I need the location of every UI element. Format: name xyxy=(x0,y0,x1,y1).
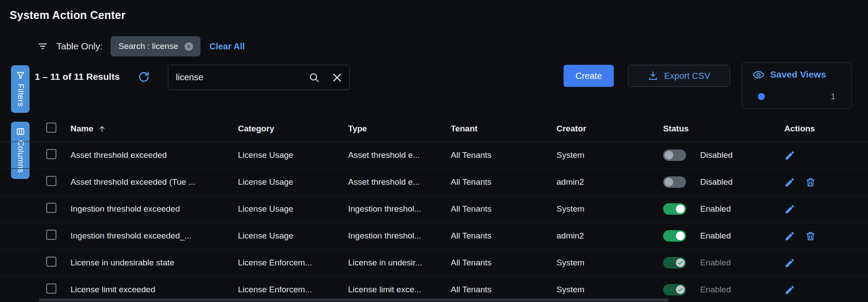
status-label: Enabled xyxy=(700,231,731,241)
status-toggle[interactable] xyxy=(663,149,686,161)
search-input[interactable] xyxy=(168,72,308,82)
edit-icon[interactable] xyxy=(784,257,795,268)
remove-filter-icon[interactable] xyxy=(184,41,194,52)
column-header-actions: Actions xyxy=(784,124,868,134)
table-row: License in undesirable state License Enf… xyxy=(0,250,868,276)
status-toggle[interactable] xyxy=(663,230,686,242)
cell-creator: admin2 xyxy=(556,177,663,187)
cell-actions xyxy=(784,284,868,295)
cell-type: Asset threshold e... xyxy=(348,177,451,187)
table-header-row: Name Category Type Tenant Creator Status… xyxy=(0,116,868,142)
column-header-name-label: Name xyxy=(70,124,93,134)
edit-icon[interactable] xyxy=(784,231,795,242)
cell-tenant: All Tenants xyxy=(451,204,556,214)
filter-scope-label: Table Only: xyxy=(56,41,103,52)
actions-table: Name Category Type Tenant Creator Status… xyxy=(0,116,868,302)
cell-status: Disabled xyxy=(663,149,784,161)
cell-category: License Usage xyxy=(238,204,348,214)
table-row: Ingestion threshold exceeded License Usa… xyxy=(0,196,868,223)
saved-views-count: 1 xyxy=(831,92,835,101)
search-box xyxy=(168,65,350,90)
eye-icon xyxy=(753,69,764,81)
cell-name: Asset threshold exceeded xyxy=(70,150,238,160)
cell-name: License in undesirable state xyxy=(70,258,238,268)
cell-category: License Usage xyxy=(238,177,348,187)
filter-chip[interactable]: Search : license xyxy=(111,36,200,56)
saved-views-panel: Saved Views 1 xyxy=(742,62,852,109)
cell-actions xyxy=(784,231,868,242)
row-checkbox[interactable] xyxy=(46,257,56,267)
refresh-icon[interactable] xyxy=(137,71,150,85)
cell-category: License Enforcem... xyxy=(238,285,348,295)
saved-views-button[interactable]: Saved Views xyxy=(742,63,851,86)
row-checkbox[interactable] xyxy=(46,283,56,294)
cell-creator: System xyxy=(556,204,663,214)
edit-icon[interactable] xyxy=(784,177,795,188)
cell-name: Asset threshold exceeded (Tue ... xyxy=(70,177,238,187)
filters-tab-label: Filters xyxy=(16,84,25,107)
cell-type: Ingestion threshol... xyxy=(348,231,451,241)
column-header-tenant[interactable]: Tenant xyxy=(451,124,556,134)
sort-asc-icon xyxy=(98,125,106,133)
cell-category: License Usage xyxy=(238,150,348,160)
cell-tenant: All Tenants xyxy=(451,231,556,241)
page-title: System Action Center xyxy=(10,9,126,22)
edit-icon[interactable] xyxy=(784,150,795,161)
saved-views-dot xyxy=(758,93,765,100)
column-header-status[interactable]: Status xyxy=(663,124,784,134)
clear-all-link[interactable]: Clear All xyxy=(209,41,245,52)
create-button[interactable]: Create xyxy=(564,65,614,87)
clear-search-icon[interactable] xyxy=(331,72,343,83)
cell-actions xyxy=(784,257,868,268)
filter-bar: Table Only: Search : license Clear All xyxy=(37,36,245,56)
select-all-checkbox[interactable] xyxy=(46,123,56,133)
column-header-creator[interactable]: Creator xyxy=(556,124,663,134)
status-toggle[interactable] xyxy=(663,176,686,188)
cell-type: License limit exce... xyxy=(348,285,451,295)
filter-lines-icon xyxy=(37,41,48,52)
export-csv-button[interactable]: Export CSV xyxy=(628,65,730,87)
status-label: Enabled xyxy=(700,204,731,214)
cell-type: Asset threshold e... xyxy=(348,150,451,160)
status-label: Disabled xyxy=(700,150,733,160)
saved-views-row[interactable]: 1 xyxy=(742,86,851,107)
edit-icon[interactable] xyxy=(784,204,795,215)
cell-tenant: All Tenants xyxy=(451,258,556,268)
cell-creator: System xyxy=(556,150,663,160)
row-checkbox[interactable] xyxy=(46,176,56,186)
cell-tenant: All Tenants xyxy=(451,177,556,187)
horizontal-scrollbar-thumb[interactable] xyxy=(39,298,669,302)
edit-icon[interactable] xyxy=(784,284,795,295)
cell-tenant: All Tenants xyxy=(451,150,556,160)
cell-status: Enabled xyxy=(663,284,784,295)
cell-creator: System xyxy=(556,285,663,295)
filter-chip-label: Search : license xyxy=(119,41,178,51)
table-row: Ingestion threshold exceeded_... License… xyxy=(0,223,868,250)
cell-status: Enabled xyxy=(663,257,784,268)
row-checkbox[interactable] xyxy=(46,203,56,213)
row-checkbox[interactable] xyxy=(46,149,56,159)
cell-name: Ingestion threshold exceeded xyxy=(70,204,238,214)
cell-type: Ingestion threshol... xyxy=(348,204,451,214)
cell-status: Disabled xyxy=(663,176,784,188)
download-icon xyxy=(648,71,658,81)
cell-actions xyxy=(784,150,868,161)
status-label: Enabled xyxy=(700,285,731,295)
column-header-name[interactable]: Name xyxy=(70,124,238,134)
row-checkbox[interactable] xyxy=(46,230,56,240)
filters-tab[interactable]: Filters xyxy=(11,65,30,113)
search-icon[interactable] xyxy=(308,72,320,83)
cell-creator: System xyxy=(556,258,663,268)
cell-status: Enabled xyxy=(663,230,784,242)
cell-type: License in undesir... xyxy=(348,258,451,268)
column-header-type[interactable]: Type xyxy=(348,124,451,134)
results-summary: 1 – 11 of 11 Results xyxy=(35,71,120,82)
status-toggle[interactable] xyxy=(663,203,686,215)
cell-category: License Usage xyxy=(238,231,348,241)
delete-icon[interactable] xyxy=(805,177,816,188)
delete-icon[interactable] xyxy=(805,231,816,242)
status-label: Enabled xyxy=(700,258,731,268)
system-action-center-page: System Action Center Table Only: Search … xyxy=(0,0,868,302)
column-header-category[interactable]: Category xyxy=(238,124,348,134)
table-row: Asset threshold exceeded (Tue ... Licens… xyxy=(0,169,868,196)
